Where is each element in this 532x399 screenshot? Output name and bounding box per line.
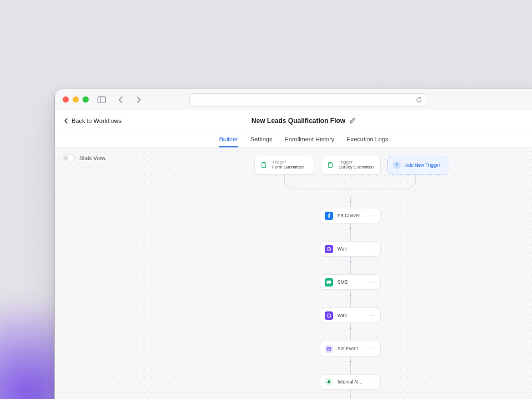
- toggle-switch[interactable]: [63, 155, 75, 161]
- svg-rect-3: [263, 162, 264, 163]
- trigger-card-survey[interactable]: Trigger Survey Submitted: [321, 156, 381, 175]
- facebook-icon: [325, 212, 333, 220]
- tab-settings[interactable]: Settings: [250, 131, 273, 147]
- close-window-button[interactable]: [63, 96, 69, 103]
- tab-enrollment-history[interactable]: Enrollment History: [284, 131, 334, 147]
- message-icon: [325, 278, 333, 287]
- browser-titlebar: [55, 89, 532, 110]
- workflow-canvas[interactable]: Stats View Trigger Form Submitted Trigge…: [55, 148, 532, 399]
- connector-line: [350, 366, 351, 374]
- action-wait-1[interactable]: Wait ⋯: [320, 241, 381, 257]
- connector-line: [350, 267, 351, 274]
- add-step-node[interactable]: +: [347, 226, 354, 232]
- action-set-event-start[interactable]: Set Event Start Time ⋯: [320, 341, 381, 356]
- plus-icon: +: [393, 161, 401, 169]
- trigger-label: Survey Submitted: [339, 165, 374, 170]
- app-header: Back to Workflows New Leads Qualificatio…: [55, 110, 532, 131]
- minimize-window-button[interactable]: [73, 96, 79, 103]
- svg-rect-0: [98, 96, 106, 103]
- browser-back-button[interactable]: [115, 94, 127, 106]
- more-icon[interactable]: ⋯: [370, 279, 376, 285]
- action-sms[interactable]: SMS ⋯: [320, 274, 381, 290]
- reload-icon[interactable]: [416, 96, 422, 103]
- edit-title-icon[interactable]: [350, 117, 356, 124]
- calendar-icon: [325, 345, 333, 353]
- add-step-node[interactable]: +: [347, 199, 354, 205]
- browser-window: Back to Workflows New Leads Qualificatio…: [54, 89, 532, 399]
- more-icon[interactable]: ⋯: [370, 346, 376, 352]
- svg-rect-8: [327, 347, 331, 350]
- connector-line: [350, 233, 351, 241]
- add-step-node[interactable]: +: [347, 259, 354, 265]
- connector-line: [350, 390, 351, 399]
- back-link-label: Back to Workflows: [71, 117, 121, 124]
- clock-icon: [325, 245, 333, 253]
- more-icon[interactable]: ⋯: [370, 313, 376, 319]
- add-step-node[interactable]: +: [347, 359, 354, 365]
- add-trigger-label: Add New Trigger: [405, 162, 440, 168]
- trigger-row: Trigger Form Submitted Trigger Survey Su…: [254, 156, 448, 175]
- stats-view-toggle[interactable]: Stats View: [63, 155, 105, 161]
- svg-rect-5: [329, 162, 331, 163]
- action-label: Wait: [337, 246, 365, 252]
- action-label: Set Event Start Time: [337, 346, 365, 351]
- add-step-node[interactable]: +: [347, 292, 354, 298]
- action-label: Wait: [337, 313, 365, 318]
- tabs-row: Builder Settings Enrollment History Exec…: [55, 131, 532, 148]
- action-label: FB Conversion API: [337, 213, 365, 218]
- chevron-left-icon: [64, 118, 68, 124]
- trigger-card-form[interactable]: Trigger Form Submitted: [254, 156, 314, 175]
- action-fb-conversion[interactable]: FB Conversion API ⋯: [320, 208, 381, 223]
- clipboard-icon: [260, 161, 268, 169]
- action-label: Internal Notification: [337, 379, 365, 385]
- browser-forward-button[interactable]: [132, 94, 145, 106]
- back-to-workflows-link[interactable]: Back to Workflows: [64, 117, 121, 124]
- workflow-title: New Leads Qualification Flow: [252, 117, 356, 125]
- more-icon[interactable]: ⋯: [370, 379, 376, 385]
- browser-url-bar[interactable]: [189, 93, 427, 106]
- more-icon[interactable]: ⋯: [370, 213, 376, 219]
- clock-icon: [325, 311, 333, 320]
- more-icon[interactable]: ⋯: [370, 246, 376, 252]
- trigger-label: Form Submitted: [272, 165, 304, 170]
- action-label: SMS: [337, 279, 365, 285]
- action-wait-2[interactable]: Wait ⋯: [320, 308, 381, 323]
- connector-line: [350, 333, 351, 341]
- bell-icon: [325, 378, 333, 386]
- action-internal-notification[interactable]: Internal Notification ⋯: [320, 374, 381, 390]
- sidebar-toggle-icon[interactable]: [98, 96, 106, 103]
- trigger-connector: [254, 175, 415, 197]
- window-controls: [63, 96, 89, 103]
- stats-view-label: Stats View: [79, 155, 105, 161]
- tab-execution-logs[interactable]: Execution Logs: [346, 131, 388, 147]
- add-step-node[interactable]: +: [347, 325, 354, 331]
- clipboard-icon: [326, 161, 334, 169]
- tab-builder[interactable]: Builder: [219, 131, 238, 147]
- maximize-window-button[interactable]: [83, 96, 89, 103]
- add-trigger-button[interactable]: + Add New Trigger: [387, 156, 448, 175]
- connector-line: [350, 300, 351, 308]
- workflow-title-text: New Leads Qualification Flow: [252, 117, 345, 125]
